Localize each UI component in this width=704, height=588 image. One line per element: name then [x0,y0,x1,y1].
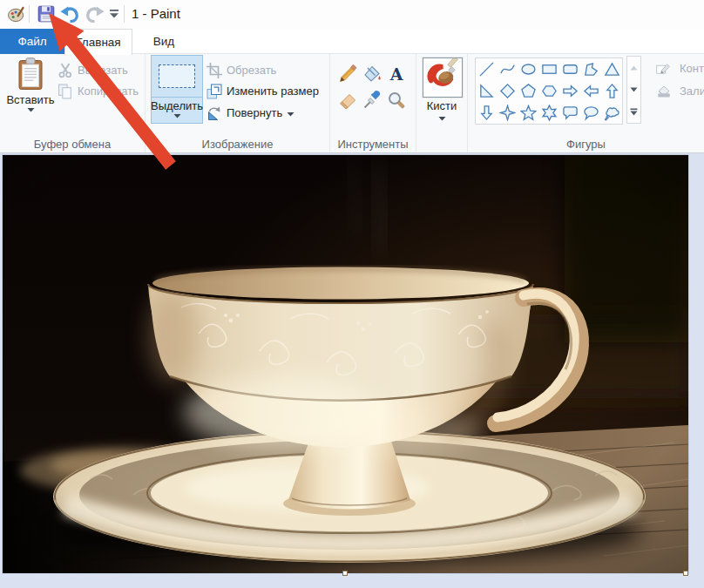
select-label: Выделить [151,99,203,112]
resize-button[interactable]: Изменить размер [206,84,319,99]
svg-text:A: A [389,64,403,84]
paint-logo-icon[interactable] [7,6,26,23]
shape-ellipse[interactable] [518,58,538,80]
paint-window: { "window": { "title": "1 - Paint" }, "q… [0,0,704,588]
clipboard-icon [17,57,44,91]
eyedropper-icon[interactable] [362,91,382,110]
text-icon[interactable]: A [387,64,406,84]
scroll-up-button[interactable] [627,57,640,78]
shape-right-triangle[interactable] [476,80,497,102]
selection-rectangle-icon [152,56,202,98]
ribbon: Вставить Вырезать Копировать Буфер обмен… [0,54,704,153]
brushes-label: Кисти [416,99,467,112]
shape-rectangle[interactable] [538,58,559,80]
shape-rounded-rectangle[interactable] [559,58,580,80]
copy-button[interactable]: Копировать [58,84,139,99]
shape-callout-rounded-rectangle[interactable] [559,102,580,124]
rotate-dropdown-caret [287,112,294,117]
tab-home[interactable]: Главная [64,29,132,55]
shape-star-6[interactable] [538,102,559,124]
shape-arrow-up[interactable] [601,80,622,102]
shape-pentagon[interactable] [518,80,538,102]
ribbon-tab-strip: Файл Главная Вид [0,29,704,54]
crop-label: Обрезать [227,63,276,78]
crop-button[interactable]: Обрезать [206,63,276,78]
select-button[interactable]: Выделить [151,55,203,124]
copy-label: Копировать [78,84,139,99]
selection-handle-bottom-center[interactable] [342,571,348,576]
copy-icon [58,84,73,99]
toolbar-separator [124,5,125,23]
redo-button[interactable] [85,5,105,23]
section-image: Выделить Обрезать Изменить размер Поверн… [146,54,330,152]
shapes-section-label: Фигуры [468,138,704,151]
section-clipboard: Вставить Вырезать Копировать Буфер обмен… [0,54,146,152]
shape-arrow-left[interactable] [580,80,601,102]
shape-hexagon[interactable] [538,80,559,102]
shape-gallery-scrollbar [626,56,641,124]
scissors-icon [58,63,73,78]
paste-dropdown-caret [27,108,35,112]
toolbar-separator [29,5,30,23]
rotate-icon [206,105,222,121]
scroll-more-button[interactable] [627,101,640,123]
resize-icon [206,84,222,99]
tools-grid: A [338,64,408,110]
tab-view[interactable]: Вид [132,29,195,54]
canvas-photo-teacup[interactable] [3,155,688,573]
section-shapes: Контур Заливка Фигуры [468,54,704,152]
fill-label: Заливка [680,84,704,99]
cut-button[interactable]: Вырезать [58,63,128,78]
tab-file[interactable]: Файл [0,29,64,54]
paste-label: Вставить [6,93,54,106]
canvas-area[interactable] [0,153,704,588]
section-tools: A Инструменты [330,54,416,152]
shape-outline-button[interactable]: Контур [656,61,704,77]
brushes-dropdown-caret[interactable] [438,117,446,121]
shape-arrow-down[interactable] [476,102,497,124]
scroll-down-button[interactable] [627,78,640,100]
customize-toolbar-button[interactable] [109,10,119,19]
undo-button[interactable] [60,5,80,23]
eraser-icon[interactable] [338,91,357,110]
clipboard-section-label: Буфер обмена [0,138,145,151]
shape-polygon[interactable] [580,58,601,80]
selection-handle-bottom-right[interactable] [683,571,688,576]
magnifier-icon[interactable] [387,91,406,110]
shape-line[interactable] [476,58,497,80]
shape-callout-oval[interactable] [580,102,601,124]
save-button[interactable] [37,5,55,23]
pencil-icon[interactable] [338,64,357,84]
paste-button[interactable]: Вставить [5,57,56,112]
crop-icon [206,63,222,78]
section-brushes: Кисти [416,54,468,152]
rotate-label: Повернуть [227,105,282,121]
rotate-button[interactable]: Повернуть [206,105,294,121]
fill-bucket-icon [656,84,675,99]
tools-section-label: Инструменты [330,138,416,151]
outline-label: Контур [680,61,704,77]
shape-curve[interactable] [497,58,518,80]
shape-gallery [475,57,623,125]
shape-star-4[interactable] [497,102,518,124]
brush-button[interactable] [423,57,463,98]
image-section-label: Изображение [146,138,329,151]
window-title: 1 - Paint [132,0,180,29]
resize-label: Изменить размер [227,84,319,99]
shape-callout-cloud[interactable] [601,102,622,124]
shape-star-5[interactable] [518,102,538,124]
select-dropdown-caret [173,114,181,118]
quick-access-toolbar: 1 - Paint [0,0,704,29]
shape-fill-button[interactable]: Заливка [656,84,704,99]
cut-label: Вырезать [78,63,128,78]
shape-arrow-right[interactable] [559,80,580,102]
outline-icon [656,61,675,77]
shape-triangle[interactable] [601,58,622,80]
fill-icon[interactable] [362,64,382,84]
shape-diamond[interactable] [497,80,518,102]
